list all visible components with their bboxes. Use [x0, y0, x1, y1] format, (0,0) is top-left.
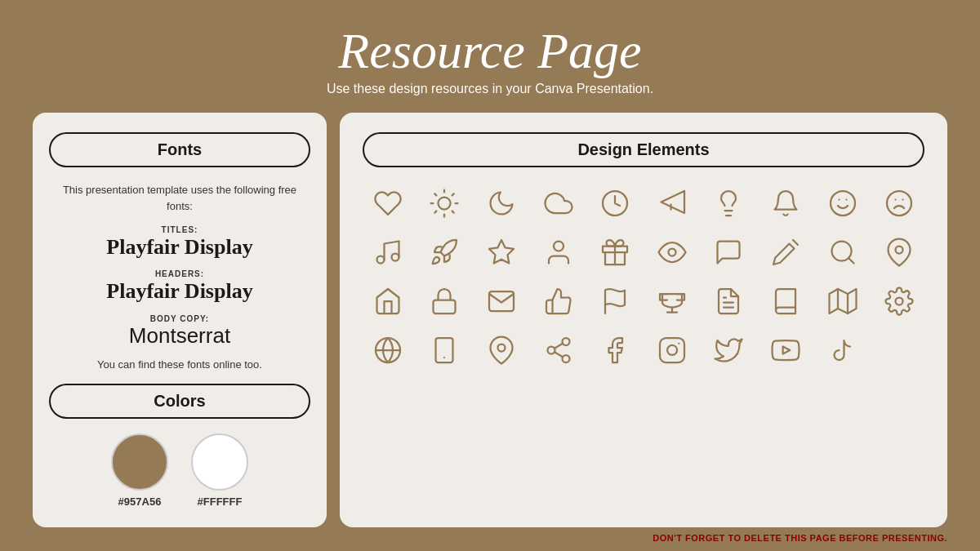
svg-point-44 — [562, 338, 569, 345]
svg-line-8 — [452, 194, 454, 196]
search-icon — [822, 231, 864, 273]
megaphone-icon — [651, 182, 693, 224]
font-name-headers: Playfair Display — [49, 278, 310, 304]
color-hex-brown: #957A56 — [118, 495, 162, 508]
gift-icon — [594, 231, 636, 273]
sun-icon — [423, 182, 466, 224]
svg-point-45 — [547, 347, 555, 354]
color-circle-brown — [111, 433, 168, 491]
lock-icon — [423, 280, 466, 322]
svg-marker-20 — [489, 240, 514, 264]
tiktok-icon — [822, 329, 864, 371]
cloud-icon — [537, 182, 580, 224]
svg-line-3 — [435, 194, 437, 196]
color-hex-white: #FFFFFF — [198, 495, 243, 508]
smile-icon — [822, 182, 864, 224]
design-elements-label: Design Elements — [577, 140, 709, 158]
fonts-intro: This presentation template uses the foll… — [49, 182, 310, 214]
svg-rect-29 — [434, 300, 456, 314]
fonts-note: You can find these fonts online too. — [49, 358, 310, 371]
svg-point-19 — [391, 254, 399, 261]
svg-line-27 — [849, 258, 854, 264]
message-icon — [707, 231, 750, 273]
eye-icon — [651, 231, 693, 273]
svg-point-21 — [554, 242, 564, 251]
svg-point-38 — [896, 298, 903, 305]
footer-note: DON'T FORGET TO DELETE THIS PAGE BEFORE … — [653, 533, 947, 543]
font-label-headers: HEADERS: — [49, 269, 310, 278]
music-icon — [367, 231, 409, 273]
location-icon — [480, 329, 523, 371]
fonts-label: Fonts — [158, 140, 202, 158]
twitter-icon — [707, 329, 750, 371]
map-icon — [822, 280, 864, 322]
globe-icon — [367, 329, 409, 371]
font-label-body: BODY COPY: — [49, 314, 310, 323]
page-title: Resource Page — [0, 23, 980, 78]
settings-icon — [878, 280, 920, 322]
svg-point-12 — [831, 191, 855, 216]
thumbsup-icon — [537, 280, 580, 322]
svg-line-47 — [554, 352, 562, 357]
color-swatch-brown: #957A56 — [111, 433, 168, 508]
design-elements-header: Design Elements — [363, 132, 924, 167]
svg-point-28 — [896, 247, 903, 254]
document-icon — [707, 280, 750, 322]
youtube-icon — [764, 329, 807, 371]
pin-icon — [878, 231, 920, 273]
svg-line-25 — [793, 240, 798, 245]
instagram-icon — [651, 329, 693, 371]
svg-point-46 — [562, 355, 569, 362]
home-icon — [367, 280, 409, 322]
heart-icon — [367, 182, 409, 224]
font-name-body: Montserrat — [49, 323, 310, 349]
mail-icon — [480, 280, 523, 322]
color-circle-white — [191, 433, 248, 491]
star-icon — [480, 231, 523, 273]
svg-line-4 — [452, 211, 454, 213]
color-swatches: #957A56 #FFFFFF — [49, 433, 310, 508]
clock-icon — [594, 182, 636, 224]
book-icon — [764, 280, 807, 322]
svg-rect-49 — [660, 338, 684, 362]
font-entry-headers: HEADERS: Playfair Display — [49, 269, 310, 304]
svg-rect-41 — [436, 338, 453, 362]
font-name-titles: Playfair Display — [49, 234, 310, 260]
facebook-icon — [594, 329, 636, 371]
main-content: Fonts This presentation template uses th… — [0, 113, 980, 527]
flag-icon — [594, 280, 636, 322]
frown-icon — [878, 182, 920, 224]
font-entry-body: BODY COPY: Montserrat — [49, 314, 310, 349]
phone-icon — [423, 329, 466, 371]
svg-point-24 — [668, 249, 675, 256]
icons-grid — [363, 182, 924, 371]
svg-line-48 — [554, 344, 562, 349]
colors-section-header: Colors — [49, 384, 310, 419]
page-subtitle: Use these design resources in your Canva… — [0, 82, 980, 96]
bell-icon — [764, 182, 807, 224]
svg-marker-51 — [783, 347, 791, 354]
svg-marker-35 — [829, 289, 856, 313]
svg-line-7 — [435, 211, 437, 213]
fonts-section-header: Fonts — [49, 132, 310, 167]
left-panel: Fonts This presentation template uses th… — [33, 113, 327, 527]
page-header: Resource Page Use these design resources… — [0, 0, 980, 104]
pencil-icon — [764, 231, 807, 273]
rocket-icon — [423, 231, 466, 273]
share-icon — [537, 329, 580, 371]
trophy-icon — [651, 280, 693, 322]
lightbulb-icon — [707, 182, 750, 224]
color-swatch-white: #FFFFFF — [191, 433, 248, 508]
moon-icon — [480, 182, 523, 224]
colors-label: Colors — [154, 392, 205, 410]
svg-point-15 — [887, 191, 911, 216]
font-label-titles: TITLES: — [49, 225, 310, 234]
font-entry-titles: TITLES: Playfair Display — [49, 225, 310, 260]
svg-point-43 — [497, 344, 505, 352]
colors-section: Colors #957A56 #FFFFFF — [49, 384, 310, 508]
svg-point-0 — [439, 198, 451, 210]
user-icon — [537, 231, 580, 273]
svg-point-18 — [376, 256, 384, 264]
right-panel: Design Elements — [340, 113, 947, 527]
